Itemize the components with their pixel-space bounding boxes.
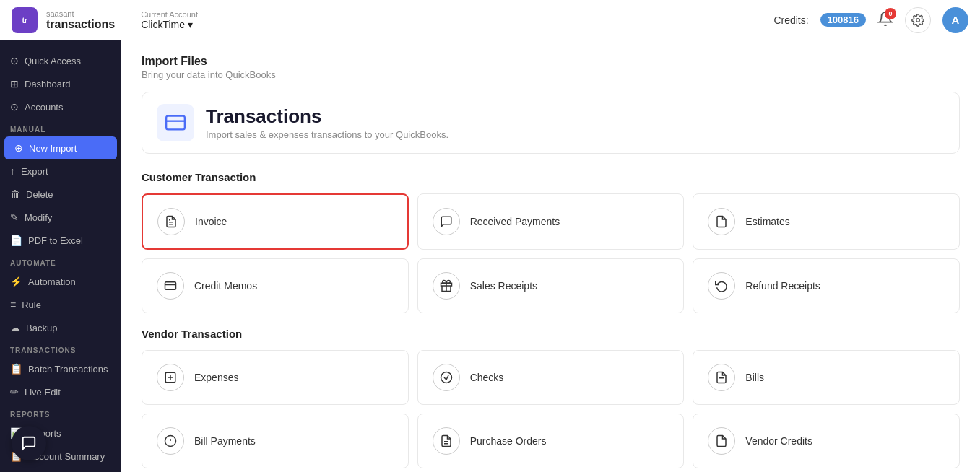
top-navbar: tr saasant transactions Current Account …	[0, 0, 980, 40]
sidebar-item-quick-access[interactable]: ⊙ Quick Access	[0, 49, 121, 72]
transactions-card-text: Transactions Import sales & expenses tra…	[206, 105, 448, 140]
notification-button[interactable]: 0	[877, 11, 893, 30]
received-payments-label: Received Payments	[470, 216, 560, 227]
manual-section-label: MANUAL	[0, 118, 121, 136]
received-payments-icon	[433, 208, 460, 235]
expenses-icon	[157, 364, 184, 391]
sidebar-item-new-import[interactable]: ⊕ New Import	[4, 136, 117, 159]
purchase-orders-card[interactable]: Purchase Orders	[417, 414, 685, 468]
credit-memos-icon	[157, 272, 184, 300]
transactions-hero-card: Transactions Import sales & expenses tra…	[142, 92, 960, 154]
batch-transactions-icon: 📋	[10, 363, 22, 375]
customer-section-title: Customer Transaction	[142, 171, 960, 183]
import-files-subtitle: Bring your data into QuickBooks	[142, 69, 960, 80]
customer-transaction-grid: Invoice Received Payments Estimates	[142, 193, 960, 313]
user-avatar[interactable]: A	[942, 7, 968, 33]
sidebar: ⊙ Quick Access ⊞ Dashboard ⊙ Accounts MA…	[0, 40, 121, 472]
purchase-orders-label: Purchase Orders	[470, 435, 547, 447]
credit-memos-label: Credit Memos	[194, 280, 257, 292]
import-files-title: Import Files	[142, 55, 960, 68]
vendor-credits-card[interactable]: Vendor Credits	[693, 414, 960, 468]
bill-payments-icon	[157, 427, 184, 455]
sidebar-item-live-edit[interactable]: ✏ Live Edit	[0, 380, 121, 403]
main-content: Import Files Bring your data into QuickB…	[121, 40, 980, 472]
vendor-credits-icon	[708, 427, 735, 455]
svg-point-0	[916, 18, 920, 22]
chat-button[interactable]	[12, 426, 46, 460]
sidebar-item-modify[interactable]: ✎ Modify	[0, 206, 121, 229]
automation-icon: ⚡	[10, 276, 22, 287]
sidebar-item-pdf-to-excel[interactable]: 📄 PDF to Excel	[0, 229, 121, 252]
bills-label: Bills	[745, 372, 764, 383]
checks-label: Checks	[470, 372, 504, 383]
estimates-card[interactable]: Estimates	[693, 193, 960, 250]
invoice-icon	[157, 208, 185, 235]
sidebar-item-automation[interactable]: ⚡ Automation	[0, 270, 121, 293]
nav-left: tr saasant transactions Current Account …	[12, 7, 198, 33]
bills-card[interactable]: Bills	[693, 350, 960, 405]
received-payments-card[interactable]: Received Payments	[417, 193, 685, 250]
transactions-card-title: Transactions	[206, 105, 448, 128]
estimates-icon	[708, 208, 735, 235]
sidebar-item-accounts[interactable]: ⊙ Accounts	[0, 95, 121, 118]
nav-right: Credits: 100816 0 A	[773, 7, 968, 33]
pdf-to-excel-icon: 📄	[10, 235, 22, 246]
automate-section-label: AUTOMATE	[0, 252, 121, 270]
sales-receipts-card[interactable]: Sales Receipts	[417, 258, 685, 313]
transactions-card-icon	[157, 104, 194, 141]
sales-receipts-label: Sales Receipts	[470, 280, 537, 292]
logo-icon: tr	[12, 7, 38, 33]
checks-icon	[433, 364, 460, 391]
bills-icon	[708, 364, 735, 391]
quick-access-icon: ⊙	[10, 55, 19, 66]
invoice-card[interactable]: Invoice	[142, 193, 409, 250]
refund-receipts-icon	[708, 272, 735, 300]
sales-receipts-icon	[433, 272, 460, 300]
app-body: ⊙ Quick Access ⊞ Dashboard ⊙ Accounts MA…	[0, 40, 980, 472]
page-header: Import Files Bring your data into QuickB…	[142, 55, 960, 80]
vendor-credits-label: Vendor Credits	[745, 435, 812, 447]
credit-memos-card[interactable]: Credit Memos	[142, 258, 409, 313]
new-import-icon: ⊕	[14, 142, 23, 154]
expenses-card[interactable]: Expenses	[142, 350, 409, 405]
svg-rect-1	[166, 116, 185, 130]
brand-name: saasant transactions	[46, 9, 115, 31]
refund-receipts-card[interactable]: Refund Receipts	[693, 258, 960, 313]
dashboard-icon: ⊞	[10, 78, 19, 89]
settings-button[interactable]	[905, 7, 931, 33]
accounts-icon: ⊙	[10, 101, 19, 113]
chevron-down-icon: ▾	[188, 19, 193, 30]
checks-card[interactable]: Checks	[417, 350, 685, 405]
transactions-section-label: TRANSACTIONS	[0, 339, 121, 357]
rule-icon: ≡	[10, 299, 16, 310]
sidebar-item-backup[interactable]: ☁ Backup	[0, 316, 121, 339]
account-info: Current Account ClickTime ▾	[141, 10, 198, 30]
svg-point-12	[441, 372, 451, 383]
sidebar-item-dashboard[interactable]: ⊞ Dashboard	[0, 72, 121, 95]
reports-section-label: REPORTS	[0, 403, 121, 421]
export-icon: ↑	[10, 165, 15, 177]
purchase-orders-icon	[433, 427, 460, 455]
live-edit-icon: ✏	[10, 386, 19, 398]
sidebar-item-rule[interactable]: ≡ Rule	[0, 293, 121, 316]
vendor-section-title: Vendor Transaction	[142, 328, 960, 340]
delete-icon: 🗑	[10, 188, 20, 200]
expenses-label: Expenses	[194, 372, 238, 383]
bill-payments-label: Bill Payments	[194, 435, 256, 447]
svg-rect-5	[165, 282, 176, 290]
estimates-label: Estimates	[745, 216, 789, 227]
bill-payments-card[interactable]: Bill Payments	[142, 414, 409, 468]
refund-receipts-label: Refund Receipts	[745, 280, 820, 292]
sidebar-item-delete[interactable]: 🗑 Delete	[0, 183, 121, 206]
account-name-dropdown[interactable]: ClickTime ▾	[141, 19, 198, 30]
transactions-card-desc: Import sales & expenses transactions to …	[206, 129, 448, 140]
sidebar-item-batch-transactions[interactable]: 📋 Batch Transactions	[0, 357, 121, 380]
credits-badge: 100816	[820, 13, 866, 27]
modify-icon: ✎	[10, 211, 19, 223]
invoice-label: Invoice	[195, 216, 227, 227]
svg-line-14	[446, 375, 448, 380]
notification-count: 0	[885, 8, 896, 19]
vendor-transaction-grid: Expenses Checks Bills Bill	[142, 350, 960, 468]
sidebar-item-export[interactable]: ↑ Export	[0, 159, 121, 183]
backup-icon: ☁	[10, 322, 20, 333]
